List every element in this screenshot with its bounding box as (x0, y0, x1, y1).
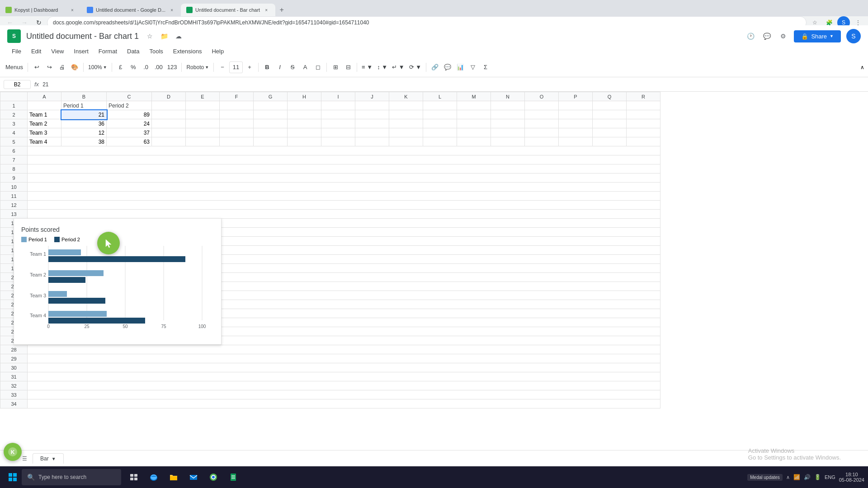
number-format-button[interactable]: 123 (165, 61, 179, 73)
cell-b3[interactable]: 36 (61, 119, 107, 128)
cell-l5[interactable] (423, 137, 457, 146)
cell-i1[interactable] (321, 101, 355, 110)
col-header-m[interactable]: M (457, 92, 491, 101)
menu-file[interactable]: File (7, 46, 26, 56)
cell-m5[interactable] (457, 137, 491, 146)
cell-m3[interactable] (457, 119, 491, 128)
cell-e4[interactable] (186, 128, 220, 137)
col-header-c[interactable]: C (107, 92, 152, 101)
language-indicator[interactable]: ENG (825, 474, 835, 480)
menu-edit[interactable]: Edit (27, 46, 46, 56)
cell-h1[interactable] (288, 101, 321, 110)
cell-a5[interactable]: Team 4 (28, 137, 61, 146)
menu-format[interactable]: Format (94, 46, 122, 56)
row-header-29[interactable]: 29 (0, 354, 28, 363)
cell-j5[interactable] (355, 137, 389, 146)
cell-g2[interactable] (254, 110, 288, 119)
dec-decrease-button[interactable]: .0 (140, 61, 152, 73)
taskbar-chrome[interactable] (204, 468, 222, 486)
cell-c5[interactable]: 63 (107, 137, 152, 146)
col-header-p[interactable]: P (559, 92, 593, 101)
cell-b4[interactable]: 12 (61, 128, 107, 137)
formula-input[interactable]: 21 (42, 81, 864, 88)
taskbar-clock[interactable]: 18:10 05-08-2024 (839, 472, 864, 483)
menu-tools[interactable]: Tools (145, 46, 167, 56)
cell-f5[interactable] (220, 137, 254, 146)
italic-button[interactable]: I (274, 61, 286, 73)
cell-b2[interactable]: 21 (61, 110, 107, 119)
history-icon[interactable]: 🕐 (745, 31, 756, 42)
cell-b5[interactable]: 38 (61, 137, 107, 146)
cell-p4[interactable] (559, 128, 593, 137)
text-color-button[interactable]: A (299, 61, 311, 73)
font-selector[interactable]: Roboto ▼ (184, 61, 211, 73)
borders-button[interactable]: ⊞ (330, 61, 341, 73)
cell-p5[interactable] (559, 137, 593, 146)
menu-extensions[interactable]: Extensions (169, 46, 207, 56)
cell-j2[interactable] (355, 110, 389, 119)
toolbar-collapse[interactable]: ∧ (860, 64, 864, 70)
cell-d2[interactable] (152, 110, 186, 119)
settings-icon[interactable]: ⚙ (778, 31, 788, 42)
menu-help[interactable]: Help (207, 46, 228, 56)
cell-g4[interactable] (254, 128, 288, 137)
cell-a3[interactable]: Team 2 (28, 119, 61, 128)
cell-o2[interactable] (525, 110, 559, 119)
row-header-13[interactable]: 13 (0, 210, 28, 219)
col-header-g[interactable]: G (254, 92, 288, 101)
share-button[interactable]: 🔒 Share ▼ (794, 30, 841, 42)
menus-button[interactable]: Menus (4, 61, 25, 73)
cell-i3[interactable] (321, 119, 355, 128)
cell-n5[interactable] (491, 137, 525, 146)
cell-k1[interactable] (389, 101, 423, 110)
cell-k5[interactable] (389, 137, 423, 146)
tab-sheets[interactable]: Untitled document - Bar chart × (181, 4, 275, 16)
taskbar-edge[interactable] (145, 468, 163, 486)
menu-insert[interactable]: Insert (69, 46, 93, 56)
col-header-o[interactable]: O (525, 92, 559, 101)
menu-data[interactable]: Data (123, 46, 144, 56)
cell-q4[interactable] (593, 128, 627, 137)
cell-e1[interactable] (186, 101, 220, 110)
cell-n4[interactable] (491, 128, 525, 137)
taskbar-sheets-app[interactable] (224, 468, 242, 486)
cell-g5[interactable] (254, 137, 288, 146)
row-header-9[interactable]: 9 (0, 174, 28, 183)
cell-q5[interactable] (593, 137, 627, 146)
col-header-q[interactable]: Q (593, 92, 627, 101)
sheet-tab-bar[interactable]: Bar ▼ (33, 453, 64, 464)
tab-kopyst-close[interactable]: × (69, 6, 76, 14)
col-header-d[interactable]: D (152, 92, 186, 101)
volume-icon[interactable]: 🔊 (804, 474, 811, 480)
cell-h4[interactable] (288, 128, 321, 137)
cell-l2[interactable] (423, 110, 457, 119)
font-size-decrease[interactable]: − (217, 61, 228, 73)
cell-l1[interactable] (423, 101, 457, 110)
cell-c3[interactable]: 24 (107, 119, 152, 128)
cell-b1[interactable]: Period 1 (61, 101, 107, 110)
kopyst-widget[interactable]: K (4, 443, 22, 461)
cell-r4[interactable] (627, 128, 660, 137)
new-tab-button[interactable]: + (275, 4, 288, 16)
cell-e2[interactable] (186, 110, 220, 119)
row-header-5[interactable]: 5 (0, 137, 28, 146)
col-header-l[interactable]: L (423, 92, 457, 101)
cell-d4[interactable] (152, 128, 186, 137)
cell-i4[interactable] (321, 128, 355, 137)
cell-o1[interactable] (525, 101, 559, 110)
expand-sys-tray[interactable]: ∧ (786, 474, 790, 480)
kopyst-cursor-widget[interactable] (97, 232, 120, 254)
chart-button[interactable]: 📊 (454, 61, 466, 73)
cell-k3[interactable] (389, 119, 423, 128)
print-button[interactable]: 🖨 (56, 61, 68, 73)
cell-h2[interactable] (288, 110, 321, 119)
link-button[interactable]: 🔗 (429, 61, 441, 73)
cell-a2[interactable]: Team 1 (28, 110, 61, 119)
cell-n1[interactable] (491, 101, 525, 110)
network-icon[interactable]: 📶 (793, 474, 800, 480)
cell-f4[interactable] (220, 128, 254, 137)
col-header-i[interactable]: I (321, 92, 355, 101)
cell-o3[interactable] (525, 119, 559, 128)
cell-n3[interactable] (491, 119, 525, 128)
cell-f1[interactable] (220, 101, 254, 110)
